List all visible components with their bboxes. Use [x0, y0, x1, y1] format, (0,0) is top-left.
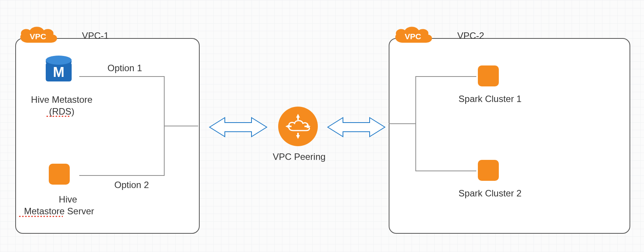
connector-line	[79, 76, 164, 77]
svg-point-2	[46, 56, 72, 65]
svg-marker-5	[285, 124, 289, 128]
spellcheck-squiggle	[46, 116, 69, 117]
vpc2-title: VPC-2	[457, 30, 484, 41]
vpc2-badge-text: VPC	[405, 32, 421, 41]
vpc-cloud-icon: VPC	[392, 24, 436, 46]
vpc2-container	[389, 38, 630, 234]
compute-node-icon	[478, 160, 499, 181]
vpc-peering-icon	[278, 107, 318, 146]
connector-line	[389, 123, 415, 124]
svg-marker-3	[296, 114, 300, 118]
connector-line	[415, 76, 416, 171]
database-icon: M	[43, 53, 74, 84]
hive-server-label: Hive Metastore Server	[15, 193, 103, 217]
connector-line	[79, 175, 164, 176]
option2-label: Option 2	[114, 180, 149, 190]
vpc1-badge-text: VPC	[30, 32, 46, 41]
spellcheck-squiggle	[19, 216, 63, 217]
double-arrow-icon	[208, 116, 269, 139]
vpc1-title: VPC-1	[82, 30, 109, 41]
hive-rds-label: Hive Metastore (RDS)	[24, 94, 100, 117]
double-arrow-icon	[326, 116, 387, 139]
connector-line	[415, 76, 476, 77]
vpc-cloud-icon: VPC	[17, 24, 61, 46]
svg-rect-9	[289, 126, 292, 127]
svg-marker-4	[296, 135, 300, 139]
connector-line	[164, 126, 198, 126]
db-letter: M	[53, 64, 64, 80]
svg-marker-11	[210, 118, 267, 137]
spark2-label: Spark Cluster 2	[452, 188, 528, 199]
vpc-peering-label: VPC Peering	[267, 152, 332, 162]
svg-rect-8	[297, 133, 299, 135]
spark1-label: Spark Cluster 1	[452, 94, 528, 104]
svg-marker-12	[328, 118, 385, 137]
option1-label: Option 1	[107, 63, 142, 73]
compute-node-icon	[49, 164, 70, 185]
svg-rect-7	[297, 118, 299, 120]
svg-rect-10	[304, 126, 307, 127]
compute-node-icon	[478, 65, 499, 86]
connector-line	[415, 171, 476, 171]
